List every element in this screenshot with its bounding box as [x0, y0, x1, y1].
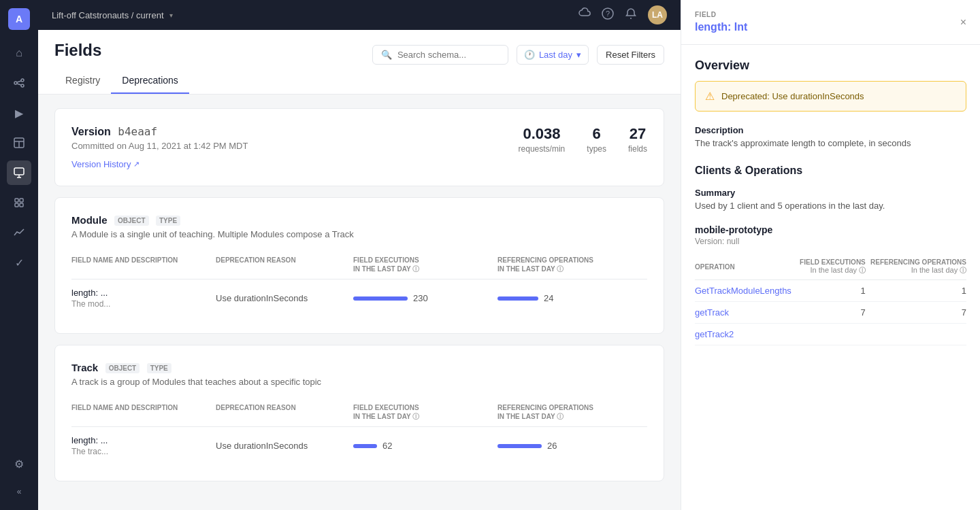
- version-header: Version b4eaaf Committed on Aug 11, 2021…: [71, 125, 647, 169]
- summary-section: Summary Used by 1 client and 5 operation…: [695, 188, 966, 211]
- tab-registry[interactable]: Registry: [54, 68, 111, 94]
- svg-point-2: [21, 84, 24, 87]
- track-name: Track: [71, 362, 98, 373]
- col-operations: REFERENCING OPERATIONSIN THE LAST DAY ⓘ: [497, 256, 647, 273]
- header-search-area: 🔍 🕐 Last day ▾ Reset Filters: [372, 45, 664, 65]
- module-badge-type: TYPE: [156, 216, 180, 226]
- sidebar-item-table[interactable]: [7, 131, 31, 155]
- stat-fields-label: fields: [628, 144, 647, 154]
- overview-title: Overview: [695, 58, 966, 73]
- track-operations-bar: 26: [497, 441, 647, 451]
- svg-rect-11: [15, 199, 18, 202]
- operations-value: 24: [544, 293, 553, 303]
- right-panel-title-block: FIELD length: Int: [695, 11, 747, 33]
- external-link-icon: ↗: [133, 160, 140, 169]
- track-col-reason: DEPRECATION REASON: [216, 403, 345, 421]
- track-col-field: FIELD NAME AND DESCRIPTION: [71, 403, 208, 421]
- help-icon[interactable]: ?: [602, 7, 614, 22]
- ops-ref-1: 1: [866, 280, 966, 302]
- track-executions-value: 62: [382, 441, 392, 451]
- track-operations-value: 26: [547, 441, 557, 451]
- ops-row-1: GetTrackModuleLengths 1 1: [695, 280, 966, 302]
- sidebar-item-settings[interactable]: ⚙: [7, 452, 31, 476]
- executions-value: 230: [413, 293, 428, 303]
- version-stats: 0.038 requests/min 6 types 27 fields: [519, 125, 647, 154]
- stat-types: 6 types: [587, 125, 606, 154]
- ops-exec-1: 1: [796, 280, 866, 302]
- module-deprecation-reason: Use durationInSeconds: [216, 293, 345, 303]
- topnav-right: ? LA: [578, 5, 667, 24]
- sidebar-item-plugin[interactable]: [7, 190, 31, 215]
- module-executions-bar: 230: [353, 293, 489, 303]
- search-input[interactable]: [397, 50, 500, 60]
- version-info: Version b4eaaf Committed on Aug 11, 2021…: [71, 125, 248, 169]
- right-panel: FIELD length: Int × Overview ⚠ Deprecate…: [681, 0, 980, 510]
- ops-col-operation: OPERATION: [695, 254, 796, 280]
- stat-types-value: 6: [587, 125, 606, 143]
- ops-name-3[interactable]: getTrack2: [695, 324, 796, 345]
- module-field-info[interactable]: length: ... The mod...: [71, 288, 208, 309]
- svg-line-4: [17, 84, 21, 85]
- ops-ref-3: [866, 324, 966, 345]
- sidebar-logo[interactable]: A: [8, 8, 30, 30]
- col-executions: FIELD EXECUTIONSIN THE LAST DAY ⓘ: [353, 256, 489, 273]
- track-col-operations: REFERENCING OPERATIONSIN THE LAST DAY ⓘ: [497, 403, 647, 421]
- time-filter[interactable]: 🕐 Last day ▾: [517, 45, 589, 65]
- page-title: Fields: [54, 41, 101, 60]
- module-field-desc: The mod...: [71, 299, 208, 309]
- sidebar-item-chart[interactable]: [7, 220, 31, 245]
- module-badge-object: OBJECT: [114, 216, 149, 226]
- svg-rect-13: [15, 203, 18, 207]
- search-bar[interactable]: 🔍: [372, 45, 508, 65]
- description-text: The track's approximate length to comple…: [695, 138, 966, 148]
- right-panel-title: length: Int: [695, 21, 747, 33]
- sidebar-item-home[interactable]: ⌂: [7, 41, 31, 65]
- track-badge-object: OBJECT: [105, 363, 140, 373]
- cloud-icon[interactable]: [578, 7, 591, 22]
- stat-types-label: types: [587, 144, 606, 154]
- stat-fields-value: 27: [628, 125, 647, 143]
- module-table-header: FIELD NAME AND DESCRIPTION DEPRECATION R…: [71, 250, 647, 279]
- reset-filters-button[interactable]: Reset Filters: [597, 45, 664, 65]
- track-table-header: FIELD NAME AND DESCRIPTION DEPRECATION R…: [71, 398, 647, 427]
- cards-area: Version b4eaaf Committed on Aug 11, 2021…: [38, 95, 681, 495]
- search-icon: 🔍: [381, 50, 392, 60]
- track-header: Track OBJECT TYPE: [71, 362, 647, 374]
- tab-deprecations[interactable]: Deprecations: [111, 68, 189, 94]
- ops-exec-2: 7: [796, 302, 866, 324]
- ops-name-1[interactable]: GetTrackModuleLengths: [695, 280, 796, 302]
- sidebar-item-monitor[interactable]: [7, 160, 31, 185]
- summary-text: Used by 1 client and 5 operations in the…: [695, 201, 966, 211]
- module-operations-bar: 24: [497, 293, 647, 303]
- svg-rect-14: [20, 203, 23, 207]
- client-version: Version: null: [695, 237, 966, 246]
- stat-requests-value: 0.038: [519, 125, 566, 143]
- ops-name-2[interactable]: getTrack: [695, 302, 796, 324]
- bell-icon[interactable]: [625, 7, 637, 22]
- brand-breadcrumb[interactable]: Lift-off Catstronauts / current ▾: [52, 10, 173, 20]
- stat-fields: 27 fields: [628, 125, 647, 154]
- main-container: Lift-off Catstronauts / current ▾ ? LA F…: [38, 0, 980, 510]
- sidebar-item-graph[interactable]: [7, 71, 31, 95]
- user-avatar[interactable]: LA: [648, 5, 667, 24]
- version-history-link[interactable]: Version History ↗: [71, 159, 248, 169]
- ops-col-executions: FIELD EXECUTIONS In the last day ⓘ: [796, 254, 866, 280]
- page-header: Fields 🔍 🕐 Last day ▾ Reset Filters Regi…: [38, 30, 681, 95]
- track-deprecation-reason: Use durationInSeconds: [216, 441, 345, 451]
- track-field-info[interactable]: length: ... The trac...: [71, 435, 208, 456]
- svg-rect-12: [20, 199, 23, 202]
- client-name: mobile-prototype: [695, 224, 966, 235]
- svg-point-1: [21, 79, 24, 82]
- close-button[interactable]: ×: [960, 16, 966, 29]
- time-filter-label: Last day: [539, 50, 572, 60]
- sidebar-item-check[interactable]: ✓: [7, 250, 31, 275]
- operations-bar-fill: [497, 296, 538, 301]
- ops-ref-2: 7: [866, 302, 966, 324]
- ops-exec-3: [796, 324, 866, 345]
- right-panel-body: Overview ⚠ Deprecated: Use durationInSec…: [681, 45, 980, 359]
- sidebar-collapse-button[interactable]: «: [12, 481, 27, 502]
- clients-title: Clients & Operations: [695, 165, 966, 177]
- description-title: Description: [695, 125, 966, 135]
- field-type: Int: [734, 21, 748, 33]
- sidebar-item-play[interactable]: ▶: [7, 101, 31, 125]
